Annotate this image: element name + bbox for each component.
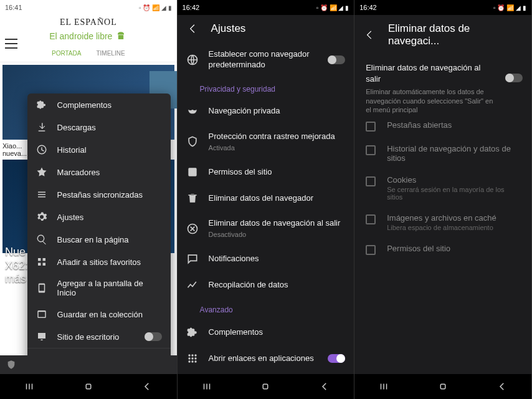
desktop-toggle[interactable]: [145, 332, 162, 341]
clear-on-exit-toggle[interactable]: [505, 74, 523, 82]
setting-proteccion[interactable]: Protección contra rastreo mejoradaActiva…: [178, 125, 354, 159]
close-circle-icon: [186, 223, 199, 235]
hamburger-icon[interactable]: [5, 39, 17, 49]
page-title: Ajustes: [211, 22, 246, 35]
setting-clear-on-exit[interactable]: Eliminar datos de navegación al salir El…: [354, 55, 531, 114]
page-title: Eliminar datos de navegaci...: [388, 22, 523, 47]
checkbox[interactable]: [366, 145, 376, 155]
system-nav: [354, 374, 531, 399]
back-icon[interactable]: [141, 381, 153, 392]
setting-nav-privada[interactable]: Navegación privada: [178, 99, 354, 125]
back-icon[interactable]: [319, 381, 330, 392]
system-nav: [178, 374, 354, 399]
menu-inicio[interactable]: Agregar a la pantalla de Inicio: [27, 273, 171, 303]
svg-point-10: [188, 360, 190, 362]
site-tabs[interactable]: PORTADA TIMELINE: [0, 45, 177, 62]
menu-historial[interactable]: Historial: [27, 138, 171, 161]
setting-notificaciones[interactable]: Notificaciones: [178, 246, 354, 272]
apps-icon: [186, 352, 199, 365]
back-arrow-icon[interactable]: [186, 22, 199, 35]
checkbox[interactable]: [366, 214, 376, 224]
svg-rect-13: [264, 384, 268, 389]
svg-rect-0: [86, 384, 91, 389]
default-browser-toggle[interactable]: [328, 55, 345, 64]
system-nav: [0, 374, 177, 399]
status-bar: 16:42 ▫ ⏰ 📶 ◢ ▮: [354, 0, 531, 15]
svg-point-4: [188, 354, 190, 356]
svg-point-5: [191, 354, 193, 356]
menu-pestanas-sync[interactable]: Pestañas sincronizadas: [27, 183, 171, 206]
check-historial[interactable]: Historial de navegación y datos de sitio…: [354, 138, 531, 169]
tab-timeline[interactable]: TIMELINE: [96, 50, 125, 57]
settings-header: Ajustes: [178, 15, 354, 42]
menu-descargas[interactable]: Descargas: [27, 116, 171, 138]
menu-favoritos[interactable]: Añadir a sitios favoritos: [27, 251, 171, 273]
globe-icon: [186, 54, 199, 66]
recents-icon[interactable]: [378, 381, 389, 392]
back-icon[interactable]: [496, 381, 508, 392]
checkbox[interactable]: [366, 176, 376, 186]
status-icons: ▫ ⏰ 📶 ◢ ▮: [139, 4, 172, 11]
status-time: 16:42: [359, 4, 377, 11]
check-cookies[interactable]: CookiesSe cerrará sesión en la mayoría d…: [354, 169, 531, 207]
menu-marcadores[interactable]: Marcadores: [27, 161, 171, 183]
status-time: 16:42: [183, 4, 200, 11]
section-privacy: Privacidad y seguridad: [178, 77, 354, 99]
menu-escritorio[interactable]: Sitio de escritorio: [27, 325, 171, 348]
trash-icon: [186, 192, 199, 204]
menu-ajustes[interactable]: Ajustes: [27, 206, 171, 228]
site-logo-top: EL ESPAÑOL: [0, 17, 177, 27]
checkbox[interactable]: [366, 245, 376, 255]
chat-icon: [186, 252, 199, 265]
shield-icon: [6, 360, 16, 370]
svg-point-7: [188, 357, 190, 359]
svg-point-6: [194, 354, 196, 356]
status-bar: 16:42 ▫ ⏰ 📶 ◢ ▮: [178, 0, 354, 15]
menu-buscar[interactable]: Buscar en la página: [27, 228, 171, 251]
setting-abrir-enlaces[interactable]: Abrir enlaces en aplicaciones: [178, 345, 354, 372]
checkbox[interactable]: [366, 122, 376, 132]
url-bar[interactable]: [0, 355, 177, 374]
tab-portada[interactable]: PORTADA: [52, 50, 81, 57]
home-icon[interactable]: [260, 381, 271, 392]
settings-header: Eliminar datos de navegaci...: [354, 15, 531, 55]
setting-permisos[interactable]: Permisos del sitio: [178, 159, 354, 185]
site-logo-sub: El androide libre: [0, 30, 177, 42]
status-icons: ▫ ⏰ 📶 ◢ ▮: [493, 4, 526, 11]
svg-point-8: [191, 357, 193, 359]
recents-icon[interactable]: [24, 381, 35, 392]
svg-point-9: [194, 357, 196, 359]
open-links-toggle[interactable]: [328, 354, 345, 363]
puzzle-icon: [186, 326, 199, 339]
home-icon[interactable]: [437, 381, 449, 392]
status-icons: ▫ ⏰ 📶 ◢ ▮: [316, 4, 349, 11]
permissions-icon: [186, 166, 199, 178]
setting-eliminar-datos[interactable]: Eliminar datos del navegador: [178, 185, 354, 211]
home-icon[interactable]: [83, 381, 94, 392]
svg-point-12: [194, 360, 196, 362]
svg-rect-14: [440, 384, 445, 389]
news-title-2: Nue X62: más: [5, 246, 28, 286]
svg-point-11: [191, 360, 193, 362]
shield-icon: [186, 135, 199, 148]
mask-icon: [186, 105, 199, 118]
check-pestanas[interactable]: Pestañas abiertas: [354, 114, 531, 138]
chart-icon: [186, 279, 199, 291]
recents-icon[interactable]: [201, 381, 212, 392]
browser-menu: Complementos Descargas Historial Marcado…: [27, 94, 171, 376]
setting-eliminar-salir[interactable]: Eliminar datos de navegación al salirDes…: [178, 211, 354, 246]
menu-coleccion[interactable]: Guardar en la colección: [27, 303, 171, 325]
setting-complementos[interactable]: Complementos: [178, 319, 354, 345]
check-cache[interactable]: Imágenes y archivos en cachéLibera espac…: [354, 207, 531, 238]
status-bar: 16:41 ▫ ⏰ 📶 ◢ ▮: [0, 0, 177, 15]
section-avanzado: Avanzado: [178, 298, 354, 319]
setting-recopilacion[interactable]: Recopilación de datos: [178, 272, 354, 298]
svg-rect-2: [188, 168, 196, 176]
check-permisos[interactable]: Permisos del sitio: [354, 238, 531, 261]
setting-default-browser[interactable]: Establecer como navegador predeterminado: [178, 42, 354, 77]
back-arrow-icon[interactable]: [363, 29, 376, 41]
menu-complementos[interactable]: Complementos: [27, 94, 171, 116]
status-time: 16:41: [5, 4, 22, 11]
